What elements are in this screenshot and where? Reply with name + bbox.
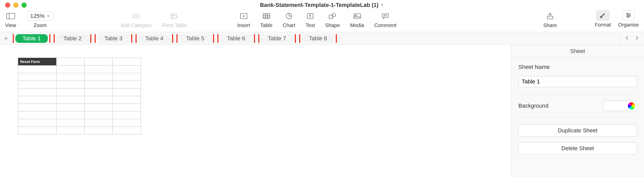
add-category-label: Add Category [120,22,152,28]
sheet-tab[interactable]: Table 6 [220,34,252,43]
cell[interactable] [85,58,113,66]
cell[interactable] [85,111,113,119]
cell[interactable] [57,66,85,73]
cell[interactable] [18,88,57,96]
sheet-tab-label: Table 5 [179,34,212,43]
cell[interactable] [18,73,57,81]
zoom-tool[interactable]: 125% Zoom [26,10,54,28]
minimize-window-button[interactable] [13,3,18,8]
sheet-tabs: Table 1Table 2Table 3Table 4Table 5Table… [12,34,620,43]
cell[interactable] [113,81,141,88]
sheet-tab-label: Table 7 [261,34,293,43]
sheet-tab[interactable]: Table 1 [15,34,48,43]
table-tool[interactable]: Table [260,10,273,28]
paintbrush-icon [599,12,606,19]
tab-nav-next[interactable] [634,35,639,42]
document-title-text: Bank-Statement-Template-1-TemplateLab (1… [260,2,379,8]
spreadsheet-canvas[interactable]: Reset Form [0,45,511,177]
svg-point-5 [132,14,133,15]
view-tool[interactable]: View [5,10,16,28]
cell[interactable] [113,111,141,119]
cell[interactable] [85,88,113,96]
tab-separator [93,35,93,42]
sheet-tab[interactable]: Table 7 [261,34,293,43]
tab-separator [175,35,175,42]
reset-form-cell[interactable]: Reset Form [18,58,57,66]
cell[interactable] [113,127,141,134]
sheet-tab-label: Table 8 [302,34,334,43]
cell[interactable] [18,119,57,127]
svg-point-6 [132,16,133,17]
spreadsheet-table[interactable]: Reset Form [18,58,141,134]
comment-tool[interactable]: Comment [374,10,397,28]
duplicate-sheet-button[interactable]: Duplicate Sheet [518,124,637,137]
zoom-window-button[interactable] [21,3,27,8]
cell[interactable] [57,81,85,88]
sheet-tab[interactable]: Table 2 [56,34,89,43]
organise-tool[interactable]: Organise [618,10,639,28]
cell[interactable] [18,81,57,88]
sheet-tab[interactable]: Table 8 [302,34,334,43]
document-title[interactable]: Bank-Statement-Template-1-TemplateLab (1… [260,2,384,8]
divider [518,118,637,118]
cell[interactable] [57,73,85,81]
cell[interactable] [85,73,113,81]
cell[interactable] [113,58,141,66]
inspector-tab-sheet[interactable]: Sheet [511,45,644,58]
close-window-button[interactable] [5,3,10,8]
media-tool[interactable]: Media [350,10,364,28]
text-label: Text [306,22,315,28]
view-label: View [5,22,16,28]
cell[interactable] [113,119,141,127]
sheet-name-input[interactable] [518,76,637,87]
cell[interactable] [85,81,113,88]
sheet-tab[interactable]: Table 3 [97,34,130,43]
cell[interactable] [85,127,113,134]
cell[interactable] [57,58,85,66]
cell[interactable] [57,88,85,96]
media-icon [353,10,361,22]
insert-tool[interactable]: Insert [237,10,250,28]
format-tool[interactable]: Format [595,10,611,28]
organise-label: Organise [618,22,639,28]
format-button[interactable] [596,10,609,20]
text-tool[interactable]: Text [306,10,315,28]
cell[interactable] [57,96,85,104]
cell[interactable] [85,119,113,127]
shape-tool[interactable]: Shape [325,10,340,28]
svg-rect-8 [171,14,176,19]
zoom-dropdown[interactable]: 125% [26,11,54,21]
cell[interactable] [18,96,57,104]
table-label: Table [260,22,273,28]
tab-separator [297,35,298,42]
cell[interactable] [18,66,57,73]
tab-nav-prev[interactable] [625,35,630,42]
toolbar: View 125% Zoom Add Category Pivot Table … [0,10,644,32]
cell[interactable] [85,104,113,111]
sheet-tab[interactable]: Table 4 [138,34,171,43]
cell[interactable] [85,66,113,73]
delete-sheet-button[interactable]: Delete Sheet [518,142,637,155]
cell[interactable] [113,88,141,96]
cell[interactable] [18,111,57,119]
cell[interactable] [113,96,141,104]
cell[interactable] [57,119,85,127]
chart-tool[interactable]: Chart [283,10,295,28]
share-tool[interactable]: Share [543,10,557,28]
sheet-tab[interactable]: Table 5 [179,34,212,43]
svg-point-24 [355,15,356,16]
cell[interactable] [113,73,141,81]
organise-button[interactable] [622,10,635,20]
cell[interactable] [57,111,85,119]
background-color-well[interactable] [604,101,637,111]
sliders-icon [625,12,632,19]
add-sheet-button[interactable]: + [0,32,12,45]
cell[interactable] [57,127,85,134]
cell[interactable] [113,104,141,111]
cell[interactable] [113,66,141,73]
format-label: Format [595,22,611,28]
cell[interactable] [18,104,57,111]
cell[interactable] [18,127,57,134]
cell[interactable] [85,96,113,104]
cell[interactable] [57,104,85,111]
